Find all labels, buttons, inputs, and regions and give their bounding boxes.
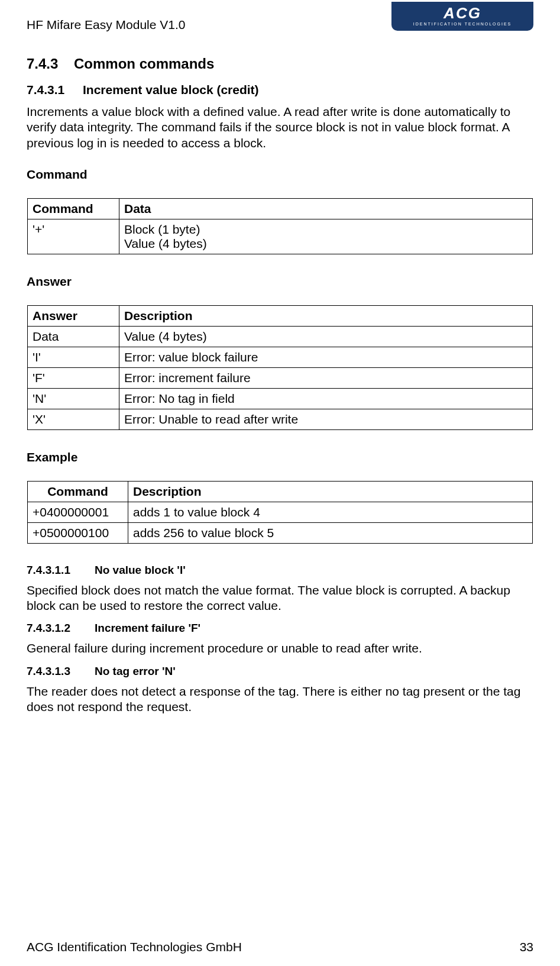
cell: Error: value block failure bbox=[119, 347, 533, 367]
table-row: DataValue (4 bytes) bbox=[28, 326, 533, 347]
answer-table: Answer Description DataValue (4 bytes) '… bbox=[27, 305, 533, 430]
logo: ACG IDENTIFICATION TECHNOLOGIES bbox=[391, 2, 533, 31]
sub2-body: General failure during increment procedu… bbox=[27, 641, 533, 656]
section-number: 7.4.3.1.1 bbox=[27, 564, 95, 577]
cell: 'N' bbox=[28, 388, 119, 409]
table-header-row: Command Description bbox=[28, 481, 533, 502]
page-header: HF Mifare Easy Module V1.0 ACG IDENTIFIC… bbox=[27, 18, 533, 32]
table-row: +0500000100adds 256 to value block 5 bbox=[28, 522, 533, 543]
section-number: 7.4.3.1 bbox=[27, 83, 83, 97]
section-number: 7.4.3 bbox=[27, 56, 74, 72]
example-table: Command Description +0400000001adds 1 to… bbox=[27, 481, 533, 544]
doc-title: HF Mifare Easy Module V1.0 bbox=[27, 18, 185, 32]
heading-7-4-3-1-1: 7.4.3.1.1No value block 'I' bbox=[27, 564, 533, 577]
cell: Value (4 bytes) bbox=[119, 326, 533, 347]
cell-cmd: '+' bbox=[28, 219, 119, 254]
cell: 'X' bbox=[28, 409, 119, 429]
sub1-body: Specified block does not match the value… bbox=[27, 583, 533, 614]
cell: Error: increment failure bbox=[119, 367, 533, 388]
logo-sub-text: IDENTIFICATION TECHNOLOGIES bbox=[402, 22, 523, 26]
section-number: 7.4.3.1.3 bbox=[27, 665, 95, 678]
th-data: Data bbox=[119, 198, 533, 219]
table-row: 'N'Error: No tag in field bbox=[28, 388, 533, 409]
intro-paragraph: Increments a value block with a defined … bbox=[27, 104, 533, 151]
cell: 'I' bbox=[28, 347, 119, 367]
section-title: Common commands bbox=[74, 56, 214, 72]
th-command: Command bbox=[28, 481, 128, 502]
table-row: +0400000001adds 1 to value block 4 bbox=[28, 502, 533, 522]
th-answer: Answer bbox=[28, 305, 119, 326]
answer-label: Answer bbox=[27, 274, 533, 289]
page-number: 33 bbox=[520, 940, 533, 954]
cell: adds 1 to value block 4 bbox=[128, 502, 533, 522]
cell: Error: No tag in field bbox=[119, 388, 533, 409]
table-row: 'I'Error: value block failure bbox=[28, 347, 533, 367]
th-description: Description bbox=[128, 481, 533, 502]
footer-company: ACG Identification Technologies GmbH bbox=[27, 940, 242, 954]
heading-7-4-3-1-2: 7.4.3.1.2Increment failure 'F' bbox=[27, 622, 533, 635]
page-footer: ACG Identification Technologies GmbH 33 bbox=[27, 940, 533, 954]
th-command: Command bbox=[28, 198, 119, 219]
cell: 'F' bbox=[28, 367, 119, 388]
cell-data: Block (1 byte) Value (4 bytes) bbox=[119, 219, 533, 254]
cell: +0400000001 bbox=[28, 502, 128, 522]
table-header-row: Command Data bbox=[28, 198, 533, 219]
cell: adds 256 to value block 5 bbox=[128, 522, 533, 543]
command-label: Command bbox=[27, 167, 533, 182]
section-number: 7.4.3.1.2 bbox=[27, 622, 95, 635]
example-label: Example bbox=[27, 450, 533, 464]
section-title: No value block 'I' bbox=[95, 564, 186, 576]
section-title: Increment failure 'F' bbox=[95, 622, 200, 634]
table-row: '+' Block (1 byte) Value (4 bytes) bbox=[28, 219, 533, 254]
heading-7-4-3: 7.4.3Common commands bbox=[27, 56, 533, 72]
cell: Error: Unable to read after write bbox=[119, 409, 533, 429]
logo-main-text: ACG bbox=[402, 5, 523, 21]
table-row: 'F'Error: increment failure bbox=[28, 367, 533, 388]
th-description: Description bbox=[119, 305, 533, 326]
section-title: No tag error 'N' bbox=[95, 665, 176, 677]
cell: +0500000100 bbox=[28, 522, 128, 543]
heading-7-4-3-1-3: 7.4.3.1.3No tag error 'N' bbox=[27, 665, 533, 678]
section-title: Increment value block (credit) bbox=[83, 83, 259, 96]
table-header-row: Answer Description bbox=[28, 305, 533, 326]
cell: Data bbox=[28, 326, 119, 347]
heading-7-4-3-1: 7.4.3.1Increment value block (credit) bbox=[27, 83, 533, 97]
table-row: 'X'Error: Unable to read after write bbox=[28, 409, 533, 429]
sub3-body: The reader does not detect a response of… bbox=[27, 684, 533, 715]
command-table: Command Data '+' Block (1 byte) Value (4… bbox=[27, 198, 533, 254]
